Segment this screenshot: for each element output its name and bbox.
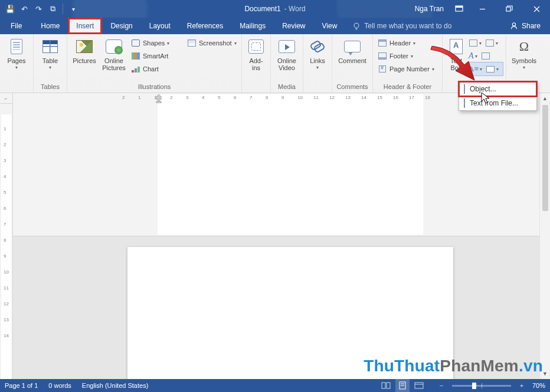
tab-layout[interactable]: Layout [141, 18, 179, 34]
online-pictures-button[interactable]: Online Pictures [99, 35, 129, 71]
menu-item-text-from-file[interactable]: Text from File... [459, 96, 536, 110]
tab-references[interactable]: References [179, 18, 231, 34]
video-icon [279, 40, 295, 53]
scroll-down-icon[interactable]: ▼ [540, 368, 551, 379]
header-button[interactable]: Header▾ [375, 37, 440, 50]
table-button[interactable]: Table▾ [36, 35, 64, 71]
qat-customize-icon[interactable]: ▾ [67, 2, 80, 15]
footer-button[interactable]: Footer▾ [375, 50, 440, 62]
page-number-icon [379, 65, 386, 73]
user-name[interactable]: Nga Tran [409, 5, 450, 13]
screenshot-button[interactable]: Screenshot▾ [185, 37, 239, 50]
table-icon [42, 40, 58, 53]
svg-rect-14 [387, 383, 390, 388]
menu-item-object-label: Object... [470, 85, 496, 93]
tell-me-search[interactable]: Tell me what you want to do [352, 18, 451, 34]
quick-access-toolbar: 💾 ↶ ↷ ⧉ ▾ [0, 2, 80, 15]
quick-parts-button[interactable]: ▾▾ [467, 37, 503, 50]
svg-rect-13 [382, 383, 385, 388]
vertical-ruler[interactable]: 1234567891011121314 [0, 104, 13, 379]
redo-icon[interactable]: ↷ [32, 2, 45, 15]
footer-icon [378, 52, 387, 60]
zoom-out-button[interactable]: − [437, 379, 446, 392]
ribbon-tabs: File Home Insert Design Layout Reference… [0, 18, 550, 34]
view-print-layout-icon[interactable] [395, 379, 410, 392]
tab-insert[interactable]: Insert [68, 18, 102, 34]
group-pages: Pages▾ [0, 34, 34, 93]
chevron-down-icon: ▾ [411, 54, 413, 59]
menu-item-object[interactable]: Object... [459, 82, 536, 96]
close-button[interactable] [523, 0, 550, 18]
copy-icon[interactable]: ⧉ [46, 2, 59, 15]
pages-button[interactable]: Pages▾ [2, 35, 31, 71]
tab-review[interactable]: Review [274, 18, 313, 34]
wordart-button[interactable]: A▾ [467, 50, 503, 62]
comment-icon [344, 41, 361, 52]
ruler-corner[interactable]: ⌐ [0, 93, 13, 104]
group-comments: Comment Comments [332, 34, 373, 93]
svg-rect-18 [415, 383, 423, 388]
document-viewport[interactable] [13, 236, 539, 379]
chevron-down-icon: ▾ [15, 64, 18, 71]
ribbon-options-icon[interactable] [450, 0, 469, 18]
tab-mailings[interactable]: Mailings [231, 18, 274, 34]
svg-marker-10 [156, 94, 162, 97]
chart-button[interactable]: Chart [129, 62, 185, 75]
svg-rect-1 [456, 6, 463, 8]
tab-view[interactable]: View [314, 18, 346, 34]
object-dropdown-button[interactable]: A≡▾▾ [467, 62, 503, 75]
page-number-button[interactable]: Page Number▾ [375, 62, 440, 75]
zoom-in-button[interactable]: + [517, 379, 526, 392]
svg-marker-11 [156, 98, 162, 101]
text-box-button[interactable]: Text Box [445, 35, 467, 71]
status-language[interactable]: English (United States) [82, 382, 149, 389]
symbols-button[interactable]: Ω Symbols▾ [509, 35, 539, 71]
zoom-level[interactable]: 70% [532, 382, 545, 389]
comment-button[interactable]: Comment [335, 35, 370, 64]
quick-parts-icon [469, 39, 477, 47]
status-page[interactable]: Page 1 of 1 [5, 382, 38, 389]
object-icon [464, 84, 465, 94]
group-media: Online Video Media [271, 34, 303, 93]
object-icon [486, 66, 495, 73]
restore-button[interactable] [496, 0, 523, 18]
tell-me-placeholder: Tell me what you want to do [364, 22, 451, 30]
page-icon [11, 39, 22, 54]
wordart-icon: A [469, 51, 474, 61]
status-words[interactable]: 0 words [48, 382, 71, 389]
tab-file[interactable]: File [0, 18, 32, 34]
chevron-down-icon: ▾ [49, 64, 51, 71]
minimize-button[interactable] [469, 0, 496, 18]
smartart-button[interactable]: SmartArt [129, 50, 185, 62]
share-button[interactable]: Share [500, 18, 550, 34]
view-web-layout-icon[interactable] [412, 379, 426, 392]
view-read-mode-icon[interactable] [379, 379, 393, 392]
scroll-up-icon[interactable]: ▲ [540, 93, 551, 104]
tab-design[interactable]: Design [102, 18, 140, 34]
chart-icon [132, 65, 140, 73]
qat-separator [63, 4, 63, 14]
save-icon[interactable]: 💾 [4, 2, 17, 15]
window-title: Document1 - Word [244, 5, 305, 13]
pictures-button[interactable]: Pictures [70, 35, 99, 64]
header-icon [378, 39, 387, 47]
horizontal-ruler[interactable]: 21123456789101112131415161718 [13, 93, 539, 236]
date-time-icon [482, 52, 490, 60]
object-dropdown-menu: Object... Text from File... [459, 81, 537, 111]
links-button[interactable]: Links▾ [306, 35, 329, 71]
undo-icon[interactable]: ↶ [18, 2, 31, 15]
addins-button[interactable]: Add- ins [244, 35, 268, 71]
page[interactable] [127, 247, 453, 379]
smartart-icon [132, 52, 140, 60]
share-icon [510, 22, 518, 30]
chevron-down-icon: ▾ [167, 41, 169, 46]
group-illustrations: Pictures Online Pictures Shapes▾ SmartAr… [67, 34, 242, 93]
chevron-down-icon: ▾ [523, 64, 525, 71]
chevron-down-icon: ▾ [316, 64, 319, 71]
vertical-scrollbar[interactable]: ▲ ▼ [539, 93, 550, 379]
shapes-button[interactable]: Shapes▾ [129, 37, 185, 50]
tab-home[interactable]: Home [32, 18, 68, 34]
scroll-thumb[interactable] [542, 105, 548, 211]
online-video-button[interactable]: Online Video [273, 35, 300, 71]
zoom-slider[interactable] [452, 385, 511, 387]
